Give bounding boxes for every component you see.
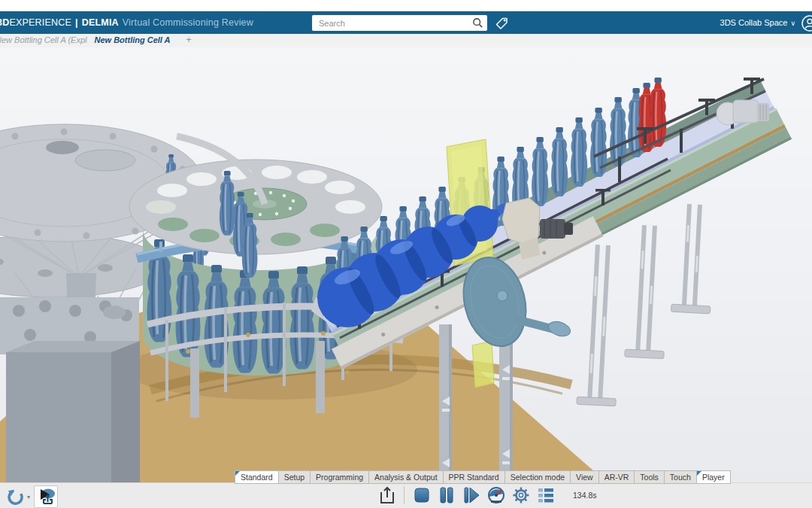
tab-new-bottling-cell-a[interactable]: New Bottling Cell A — [87, 34, 177, 49]
gear-icon[interactable] — [511, 485, 531, 505]
tag-icon[interactable] — [493, 15, 509, 31]
search-icon[interactable] — [472, 17, 483, 29]
tab-player[interactable]: Player — [697, 470, 731, 484]
brand-logo: 3DEXPERIENCE|DELMIAVirtual Commissioning… — [0, 17, 253, 28]
undo-icon[interactable] — [6, 487, 26, 506]
gauge-icon[interactable] — [486, 485, 506, 505]
add-tab-button[interactable]: + — [183, 34, 195, 47]
screw-end-bracket — [502, 198, 540, 245]
document-tab-bar: New Bottling Cell A (Explore New Bottlin… — [0, 34, 812, 48]
search-input[interactable] — [317, 16, 467, 30]
stop-icon[interactable] — [412, 485, 432, 505]
simulation-export-icon — [36, 488, 56, 506]
tab-explore[interactable]: New Bottling Cell A (Explore — [0, 34, 87, 47]
search-box[interactable] — [312, 15, 487, 31]
tab-ar-vr[interactable]: AR-VR — [599, 470, 635, 484]
step-play-icon[interactable] — [462, 485, 481, 505]
tab-ppr-standard[interactable]: PPR Standard — [444, 470, 505, 484]
workbench-tab-bar: Standard Setup Programming Analysis & Ou… — [235, 470, 731, 482]
top-app-bar: 3DEXPERIENCE|DELMIAVirtual Commissioning… — [0, 11, 812, 34]
3d-viewport[interactable] — [0, 47, 812, 482]
tab-selection-mode[interactable]: Selection mode — [505, 470, 571, 484]
share-icon[interactable] — [378, 485, 396, 505]
rejected-red-bottle[interactable] — [638, 78, 666, 152]
collab-space-label: 3DS Collab Space — [720, 18, 788, 27]
tab-tools[interactable]: Tools — [635, 470, 665, 484]
player-control-bar: ▾ — [0, 482, 812, 508]
tab-view[interactable]: View — [571, 470, 599, 484]
tab-standard[interactable]: Standard — [235, 470, 279, 484]
tab-analysis-output[interactable]: Analysis & Output — [369, 470, 443, 484]
brand-3d: 3D — [0, 17, 9, 28]
app-subtitle: Virtual Commissioning Review — [123, 17, 253, 28]
chevron-down-icon: ∨ — [790, 20, 795, 27]
app-name: DELMIA — [82, 17, 119, 28]
list-icon[interactable] — [536, 485, 556, 505]
undo-dropdown-caret[interactable]: ▾ — [27, 494, 30, 500]
brand-divider: | — [75, 17, 78, 28]
tab-touch[interactable]: Touch — [665, 470, 697, 484]
simulation-time: 134.8s — [573, 491, 597, 500]
tab-programming[interactable]: Programming — [311, 470, 369, 484]
collab-space-selector[interactable]: 3DS Collab Space∨ — [720, 18, 795, 27]
user-avatar-icon[interactable] — [801, 14, 812, 32]
pause-icon[interactable] — [437, 485, 456, 505]
divider — [404, 486, 404, 504]
tab-setup[interactable]: Setup — [279, 470, 311, 484]
simulation-export-button[interactable] — [34, 485, 58, 508]
brand-experience: EXPERIENCE — [9, 17, 71, 28]
